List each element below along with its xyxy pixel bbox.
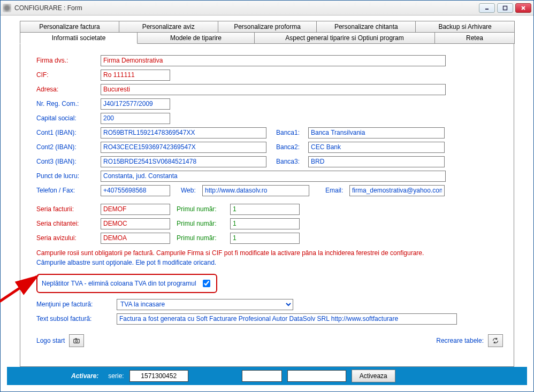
activeaza-button[interactable]: Activeaza [352,370,395,382]
svg-rect-6 [75,339,78,340]
tab-personalizare-proforma[interactable]: Personalizare proforma [218,21,317,33]
punct-input[interactable] [101,171,446,182]
activation-field-1[interactable] [242,370,282,382]
tab-aspect-general[interactable]: Aspect general tiparire si Optiuni progr… [254,32,435,44]
cont3-input[interactable] [101,156,266,167]
web-input[interactable] [202,185,309,196]
punct-label: Punct de lucru: [36,172,101,180]
note-required: Campurile rosii sunt obligatorii pe fact… [36,249,503,257]
cif-input[interactable] [101,70,170,81]
cont2-label: Cont2 (IBAN): [36,143,101,151]
svg-rect-4 [74,339,80,343]
seria-avizului-input[interactable] [101,233,170,244]
tab-personalizare-chitanta[interactable]: Personalizare chitanta [316,21,416,33]
primul-numar-f-label: Primul număr: [177,205,230,213]
window-title: CONFIGURARE : Form [14,4,479,12]
tab-retea[interactable]: Retea [434,32,515,44]
firma-input[interactable] [101,55,446,66]
note-optional: Câmpurile albastre sunt opţionale. Ele p… [36,259,503,266]
seria-chitantei-input[interactable] [101,218,170,229]
cont2-input[interactable] [101,142,266,153]
subsol-input[interactable] [117,313,457,325]
refresh-icon [492,337,499,344]
seria-facturii-input[interactable] [101,204,170,215]
camera-icon [73,337,80,344]
serie-label: serie: [108,372,124,380]
banca2-label: Banca2: [276,143,308,151]
tab-container: Personalizare factura Personalizare aviz… [20,21,514,44]
cont1-input[interactable] [101,127,266,139]
capsoc-input[interactable] [101,113,170,124]
logo-start-label: Logo start [36,337,65,344]
cont3-label: Cont3 (IBAN): [36,158,101,165]
primul-numar-c-input[interactable] [230,218,300,229]
recreare-tabele-label: Recreare tabele: [436,337,484,344]
activation-field-2[interactable] [287,370,346,382]
cif-label: CIF: [36,71,101,79]
banca3-label: Banca3: [276,158,308,165]
titlebar: CONFIGURARE : Form [1,1,533,16]
primul-numar-f-input[interactable] [230,204,300,215]
tel-label: Telefon / Fax: [36,187,101,194]
mentiuni-label: Menţiuni pe factură: [36,301,117,308]
email-input[interactable] [349,185,445,196]
tva-checkbox-label: Neplătitor TVA - elimină coloana TVA din… [42,280,196,287]
adresa-input[interactable] [101,84,446,95]
subsol-label: Text subsol factură: [36,315,117,322]
tab-informatii-societate[interactable]: Informatii societate [20,32,138,44]
banca3-input[interactable] [308,156,445,167]
seria-chitantei-label: Seria chitantei: [36,220,101,227]
tab-modele-tiparire[interactable]: Modele de tiparire [137,32,255,44]
tab-personalizare-aviz[interactable]: Personalizare aviz [119,21,218,33]
close-button[interactable] [515,3,531,13]
minimize-button[interactable] [479,3,495,13]
tab-personalizare-factura[interactable]: Personalizare factura [20,21,119,33]
tel-input[interactable] [101,185,170,196]
primul-numar-a-input[interactable] [230,233,300,244]
nrreg-input[interactable] [101,98,170,110]
banca2-input[interactable] [308,142,445,153]
tab-backup-arhivare[interactable]: Backup si Arhivare [415,21,515,33]
banca1-label: Banca1: [276,129,308,136]
primul-numar-a-label: Primul număr: [177,234,230,242]
recreare-tabele-button[interactable] [488,334,503,347]
seria-facturii-label: Seria facturii: [36,205,101,213]
seria-avizului-label: Seria avizului: [36,234,101,242]
primul-numar-c-label: Primul număr: [177,220,230,227]
firma-label: Firma dvs.: [36,57,101,64]
serie-input[interactable] [129,370,188,382]
capsoc-label: Capital social: [36,114,101,122]
svg-rect-1 [504,6,507,10]
adresa-label: Adresa: [36,86,101,93]
web-label: Web: [181,187,202,194]
activation-bar: Activare: serie: Activeaza [7,367,527,385]
activare-label: Activare: [71,372,98,380]
config-window: CONFIGURARE : Form Personalizare factura… [0,0,534,392]
cont1-label: Cont1 (IBAN): [36,129,101,136]
app-icon [3,4,11,12]
mentiuni-select[interactable]: TVA la incasare [117,299,293,310]
email-label: Email: [325,187,349,194]
maximize-button[interactable] [497,3,513,13]
logo-start-button[interactable] [69,334,84,347]
banca1-input[interactable] [308,127,445,139]
tva-checkbox[interactable] [203,280,210,287]
form-panel: Firma dvs.: CIF: Adresa: Nr. Reg. Com.: … [20,44,514,367]
svg-point-5 [75,340,78,342]
nrreg-label: Nr. Reg. Com.: [36,100,101,107]
tva-highlight-box: Neplătitor TVA - elimină coloana TVA din… [36,274,217,293]
